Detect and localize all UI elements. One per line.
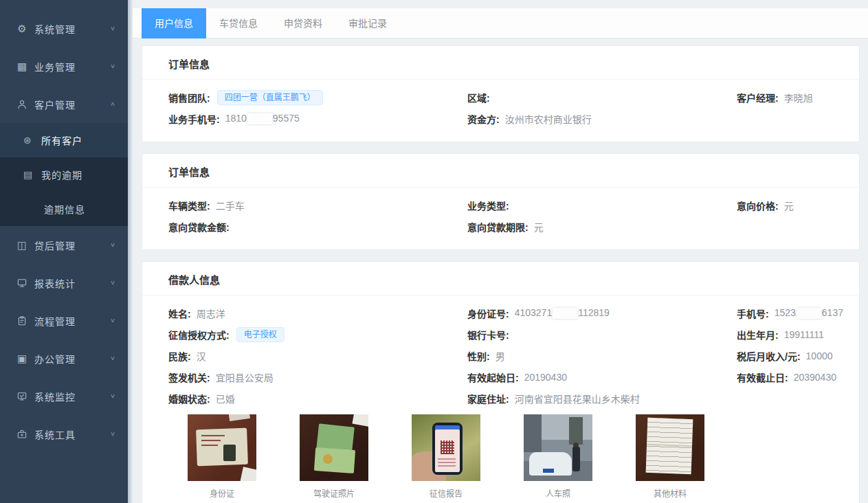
- sidebar-item-label: 所有客户: [41, 133, 82, 147]
- monitor-check-icon: [14, 391, 30, 402]
- sidebar-item-label: 逾期信息: [44, 202, 85, 216]
- card-title: 借款人信息: [142, 262, 859, 295]
- sidebar-item-system-tools[interactable]: 系统工具 ∨: [0, 415, 128, 453]
- sidebar: ⚙ 系统管理 ∨ ▦ 业务管理 ∨ 客户管理 ∧ ⊛ 所有客户 ▤ 我的逾期 逾…: [0, 0, 128, 503]
- detail-scroll-area[interactable]: 订单信息 销售团队: 四团一营（直属王鹏飞） 区域: 客户经理: 李晓旭: [133, 38, 868, 503]
- field-business-phone: 业务手机号: 181095575: [168, 112, 467, 126]
- field-business-type: 业务类型:: [467, 199, 737, 212]
- field-home-address: 家庭住址: 河南省宜阳县花果山乡木柴村: [467, 392, 737, 405]
- photo-item: 征信报告: [412, 414, 480, 499]
- field-row: 签发机关: 宜阳县公安局 有效起始日: 20190430 有效截止日: 2039…: [168, 366, 852, 388]
- field-valid-from: 有效起始日: 20190430: [467, 370, 737, 384]
- photo-caption: 身份证: [188, 487, 256, 499]
- notebook-icon: ▤: [23, 169, 38, 180]
- photo-person-with-car[interactable]: [524, 414, 592, 481]
- chevron-down-icon: ∨: [110, 317, 115, 324]
- sidebar-item-system-management[interactable]: ⚙ 系统管理 ∨: [0, 10, 128, 47]
- order-info-card-2: 订单信息 车辆类型: 二手车 业务类型: 意向价格: 元: [142, 153, 860, 250]
- ball-icon: ⊛: [23, 135, 38, 146]
- field-row: 征信授权方式: 电子授权 银行卡号: 出生年月: 19911111: [168, 324, 852, 345]
- order-info-card-1: 订单信息 销售团队: 四团一营（直属王鹏飞） 区域: 客户经理: 李晓旭: [142, 45, 860, 142]
- field-bank-card: 银行卡号:: [467, 328, 737, 342]
- sidebar-item-my-overdue[interactable]: ▤ 我的逾期: [0, 157, 128, 192]
- credit-auth-tag: 电子授权: [236, 327, 285, 342]
- sidebar-item-overdue-info[interactable]: 逾期信息: [0, 192, 128, 226]
- tab-car-loan-info[interactable]: 车贷信息: [206, 8, 271, 38]
- sidebar-item-label: 我的逾期: [41, 168, 82, 181]
- gear-icon: ⚙: [14, 23, 30, 35]
- chevron-up-icon: ∧: [110, 100, 115, 107]
- sales-team-tag: 四团一营（直属王鹏飞）: [217, 90, 323, 105]
- sidebar-item-postloan-management[interactable]: ◫ 贷后管理 ∨: [0, 226, 128, 264]
- sidebar-item-label: 系统工具: [34, 427, 110, 441]
- sidebar-item-label: 系统管理: [34, 22, 110, 36]
- field-funder: 资金方: 汝州市农村商业银行: [467, 112, 737, 126]
- sidebar-item-label: 系统监控: [34, 390, 110, 403]
- field-row: 民族: 汉 性别: 男 税后月收入/元: 10000: [168, 345, 852, 366]
- field-row: 婚姻状态: 已婚 家庭住址: 河南省宜阳县花果山乡木柴村: [168, 388, 852, 409]
- sidebar-scrollbar[interactable]: [128, 0, 133, 503]
- field-credit-auth-method: 征信授权方式: 电子授权: [168, 327, 467, 342]
- chevron-down-icon: ∨: [110, 25, 115, 32]
- redaction-box: [247, 113, 272, 124]
- sidebar-item-label: 报表统计: [34, 276, 110, 290]
- field-mobile: 手机号: 15236137: [737, 306, 852, 320]
- tab-approval-records[interactable]: 审批记录: [335, 8, 400, 38]
- detail-tabbar: 用户信息 车贷信息 申贷资料 审批记录: [133, 8, 868, 38]
- photo-item: 驾驶证照片: [300, 414, 368, 499]
- sidebar-item-customer-management[interactable]: 客户管理 ∧: [0, 85, 128, 123]
- photo-item: 身份证: [188, 414, 256, 499]
- document-photos-row: 身份证 驾驶证照片 征信报告: [188, 414, 852, 499]
- sidebar-item-process-management[interactable]: 流程管理 ∨: [0, 302, 128, 339]
- chevron-down-icon: ∨: [110, 63, 115, 69]
- field-valid-until: 有效截止日: 20390430: [737, 370, 852, 384]
- tab-loan-application-docs[interactable]: 申贷资料: [271, 8, 335, 38]
- chevron-down-icon: ∨: [110, 355, 115, 361]
- photo-phone-qr[interactable]: [412, 414, 480, 481]
- field-region: 区域:: [467, 91, 737, 104]
- sidebar-item-report-statistics[interactable]: 报表统计 ∨: [0, 264, 128, 302]
- sidebar-item-label: 办公管理: [34, 352, 110, 366]
- sidebar-item-all-customers[interactable]: ⊛ 所有客户: [0, 123, 128, 157]
- sidebar-item-office-management[interactable]: ▣ 办公管理 ∨: [0, 339, 128, 377]
- field-birth-date: 出生年月: 19911111: [737, 328, 852, 342]
- grid-icon: ▦: [14, 60, 30, 73]
- field-row: 姓名: 周志洋 身份证号: 4103271112819 手机号: 1523613…: [168, 302, 852, 324]
- card-title: 订单信息: [142, 46, 859, 80]
- redaction-box: [553, 308, 577, 319]
- photo-caption: 其他材料: [636, 487, 704, 499]
- field-gender: 性别: 男: [467, 349, 737, 363]
- photo-green-booklet[interactable]: [300, 414, 368, 481]
- user-icon: [14, 99, 30, 110]
- field-monthly-income: 税后月收入/元: 10000: [737, 349, 852, 363]
- chevron-down-icon: ∨: [110, 430, 115, 437]
- photo-caption: 驾驶证照片: [300, 487, 368, 499]
- field-intended-loan-term: 意向贷款期限: 元: [467, 220, 737, 234]
- photo-item: 其他材料: [636, 414, 704, 499]
- field-row: 车辆类型: 二手车 业务类型: 意向价格: 元: [168, 194, 852, 216]
- sidebar-item-label: 客户管理: [34, 98, 110, 111]
- sidebar-item-system-monitor[interactable]: 系统监控 ∨: [0, 377, 128, 415]
- field-intended-price: 意向价格: 元: [737, 199, 852, 212]
- toolbox-icon: [14, 429, 30, 440]
- field-intended-loan-amount: 意向贷款金额:: [168, 220, 467, 234]
- photo-paper-document[interactable]: [636, 414, 704, 481]
- sidebar-item-label: 贷后管理: [34, 238, 110, 252]
- sidebar-item-label: 流程管理: [34, 314, 110, 328]
- monitor-icon: [14, 278, 30, 289]
- chevron-down-icon: ∨: [110, 241, 115, 248]
- field-row: 意向贷款金额: 意向贷款期限: 元: [168, 216, 852, 237]
- tab-user-info[interactable]: 用户信息: [142, 8, 206, 38]
- photo-item: 人车照: [524, 414, 592, 499]
- borrower-info-card: 借款人信息 姓名: 周志洋 身份证号: 4103271112819 手机号: 1…: [142, 261, 860, 503]
- square-icon: ▣: [14, 353, 30, 365]
- photo-id-card[interactable]: [188, 414, 256, 481]
- sidebar-item-label: 业务管理: [34, 60, 110, 74]
- redaction-box: [797, 308, 821, 319]
- sidebar-item-business-management[interactable]: ▦ 业务管理 ∨: [0, 47, 128, 85]
- field-marital-status: 婚姻状态: 已婚: [168, 392, 467, 405]
- field-row: 业务手机号: 181095575 资金方: 汝州市农村商业银行: [168, 108, 852, 129]
- chevron-down-icon: ∨: [110, 279, 115, 286]
- clipboard-icon: [14, 315, 30, 326]
- field-id-number: 身份证号: 4103271112819: [467, 306, 737, 320]
